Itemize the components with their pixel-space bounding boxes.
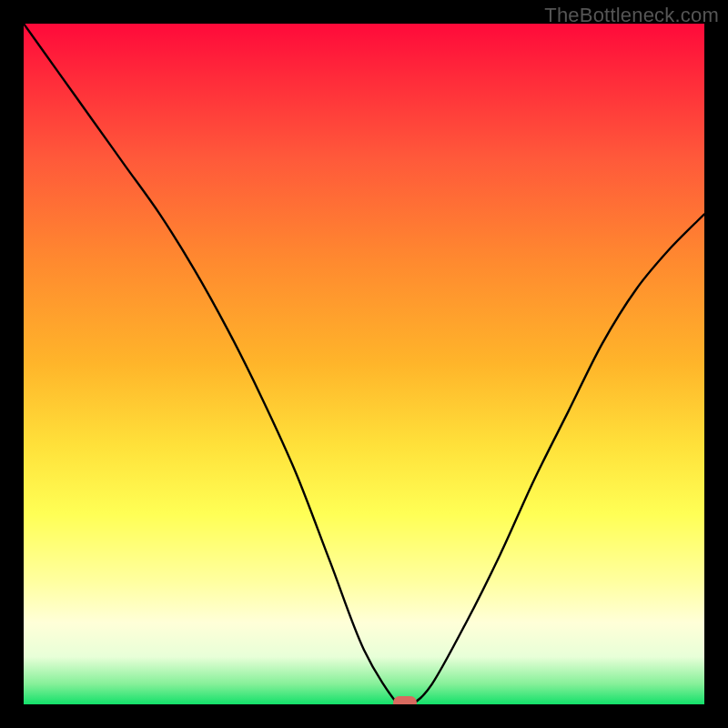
bottleneck-curve — [24, 24, 704, 704]
optimal-marker — [393, 696, 417, 704]
curve-svg — [24, 24, 704, 704]
chart-frame: TheBottleneck.com — [0, 0, 728, 728]
watermark-text: TheBottleneck.com — [544, 4, 719, 27]
plot-area — [24, 24, 704, 704]
